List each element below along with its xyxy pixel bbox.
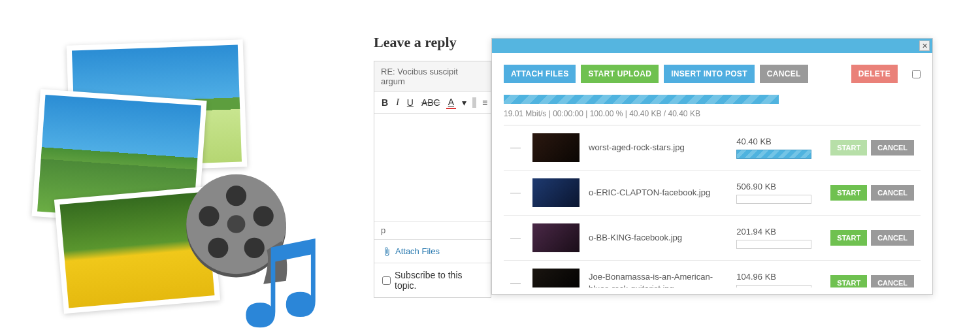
- drag-handle-icon[interactable]: —: [510, 142, 523, 154]
- file-input-field[interactable]: [736, 240, 811, 249]
- italic-button[interactable]: I: [394, 97, 401, 108]
- svg-point-4: [253, 206, 274, 226]
- file-size-column: 40.40 KB: [736, 137, 821, 159]
- font-color-button[interactable]: A: [446, 96, 456, 109]
- drag-handle-icon[interactable]: —: [510, 277, 523, 287]
- file-row-buttons: STARTCANCEL: [830, 230, 914, 246]
- drag-handle-icon[interactable]: —: [510, 232, 523, 244]
- file-size: 104.96 KB: [736, 272, 821, 282]
- file-start-button[interactable]: START: [830, 275, 867, 287]
- file-input-field[interactable]: [736, 285, 811, 287]
- file-size-column: 506.90 KB: [736, 182, 821, 204]
- file-row: —worst-aged-rock-stars.jpg40.40 KBSTARTC…: [504, 125, 921, 171]
- svg-point-7: [199, 206, 219, 226]
- file-size: 40.40 KB: [736, 137, 821, 146]
- modal-toolbar: ATTACH FILES START UPLOAD INSERT INTO PO…: [504, 65, 921, 83]
- file-row-buttons: STARTCANCEL: [830, 185, 914, 201]
- modal-header: ✕: [492, 39, 932, 53]
- subscribe-row: Subscribe to this topic.: [374, 263, 491, 297]
- attach-files-link[interactable]: Attach Files: [374, 239, 491, 263]
- subscribe-checkbox[interactable]: [382, 276, 391, 285]
- file-cancel-button[interactable]: CANCEL: [871, 185, 914, 201]
- file-size: 201.94 KB: [736, 227, 821, 237]
- file-name: o-ERIC-CLAPTON-facebook.jpg: [589, 187, 727, 199]
- file-row: —o-BB-KING-facebook.jpg201.94 KBSTARTCAN…: [504, 216, 921, 261]
- reply-form: Leave a reply RE: Vocibus suscipit argum…: [374, 34, 491, 298]
- file-start-button: START: [830, 140, 867, 156]
- file-cancel-button[interactable]: CANCEL: [871, 275, 914, 287]
- file-size-column: 201.94 KB: [736, 227, 821, 249]
- file-start-button[interactable]: START: [830, 230, 867, 246]
- file-thumbnail: [532, 178, 580, 207]
- svg-point-3: [226, 186, 246, 206]
- file-size-column: 104.96 KB: [736, 272, 821, 287]
- svg-point-6: [208, 238, 228, 258]
- drag-handle-icon[interactable]: —: [510, 187, 523, 199]
- upload-stats: 19.01 Mbit/s | 00:00:00 | 100.00 % | 40.…: [504, 109, 921, 125]
- strike-button[interactable]: ABC: [419, 97, 442, 108]
- bullet-list-button[interactable]: ≡: [480, 97, 489, 108]
- reply-subject-field[interactable]: RE: Vocibus suscipit argum: [374, 61, 491, 92]
- paperclip-icon: [382, 247, 391, 256]
- editor-toolbar: B I U ABC A ▾ ≡ ≡ ≡ ≡: [374, 92, 491, 114]
- file-thumbnail: [532, 223, 580, 252]
- upload-modal: ✕ ATTACH FILES START UPLOAD INSERT INTO …: [491, 38, 933, 295]
- insert-into-post-button[interactable]: INSERT INTO POST: [664, 65, 755, 83]
- file-name: worst-aged-rock-stars.jpg: [589, 142, 727, 154]
- file-cancel-button[interactable]: CANCEL: [871, 230, 914, 246]
- attach-files-label: Attach Files: [395, 246, 440, 256]
- file-row-buttons: STARTCANCEL: [830, 140, 914, 156]
- close-button[interactable]: ✕: [919, 41, 930, 51]
- file-row: —Joe-Bonamassa-is-an-American-blues-rock…: [504, 261, 921, 287]
- subscribe-label: Subscribe to this topic.: [395, 270, 483, 291]
- media-illustration: [29, 23, 317, 317]
- svg-point-2: [227, 215, 246, 233]
- attach-files-button[interactable]: ATTACH FILES: [504, 65, 576, 83]
- file-name: o-BB-KING-facebook.jpg: [589, 232, 727, 244]
- file-size: 506.90 KB: [736, 182, 821, 191]
- file-row: —o-ERIC-CLAPTON-facebook.jpg506.90 KBSTA…: [504, 171, 921, 216]
- reply-editor-container: RE: Vocibus suscipit argum B I U ABC A ▾…: [374, 61, 491, 298]
- file-cancel-button[interactable]: CANCEL: [871, 140, 914, 156]
- file-progress-bar: [736, 150, 811, 159]
- start-upload-button[interactable]: START UPLOAD: [581, 65, 659, 83]
- overall-progress-bar: [504, 95, 779, 104]
- file-thumbnail: [532, 133, 580, 162]
- select-all-checkbox[interactable]: [912, 70, 921, 78]
- underline-button[interactable]: U: [405, 97, 416, 108]
- cancel-button[interactable]: CANCEL: [760, 65, 808, 83]
- file-row-buttons: STARTCANCEL: [830, 275, 914, 287]
- reply-title: Leave a reply: [374, 34, 491, 51]
- editor-textarea[interactable]: [374, 114, 491, 221]
- music-note-icon: [238, 238, 330, 328]
- bold-button[interactable]: B: [380, 97, 390, 108]
- file-name: Joe-Bonamassa-is-an-American-blues-rock-…: [589, 271, 727, 287]
- file-thumbnail: [532, 269, 580, 287]
- file-input-field[interactable]: [736, 195, 811, 204]
- file-start-button[interactable]: START: [830, 185, 867, 201]
- delete-button[interactable]: DELETE: [851, 65, 898, 83]
- editor-path-indicator: p: [374, 221, 491, 239]
- file-list[interactable]: —worst-aged-rock-stars.jpg40.40 KBSTARTC…: [504, 125, 921, 287]
